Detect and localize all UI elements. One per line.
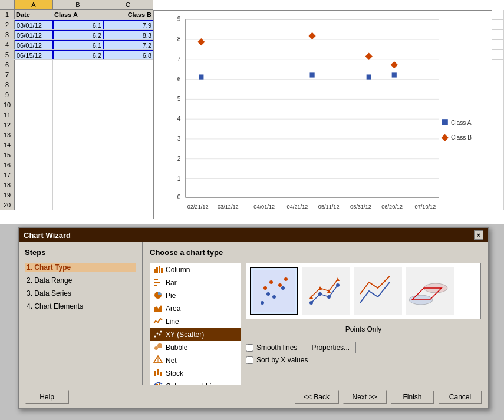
svg-point-72 [281,286,285,290]
subtype-3d[interactable] [406,267,454,315]
svg-text:5: 5 [177,95,181,102]
cell-a-1[interactable]: 6.1 [53,20,103,29]
svg-point-53 [154,335,156,337]
svg-text:2: 2 [177,156,181,162]
svg-text:0: 0 [177,194,181,200]
svg-text:8: 8 [177,36,181,42]
chart-type-column[interactable]: Column [150,263,241,276]
chart-type-area[interactable]: Area [150,302,241,315]
row-num-2: 2 [0,20,15,29]
chart-type-line[interactable]: Line [150,315,241,328]
help-button[interactable]: Help [25,390,69,404]
subtype-points-only[interactable] [250,267,298,315]
row-num-1: 1 [0,10,15,19]
col-header-b: B [53,0,103,9]
svg-point-57 [154,346,158,350]
cell-a-4[interactable]: 6.2 [53,50,103,59]
col-headers-row: A B C [0,0,153,10]
row-num-5: 5 [0,50,15,59]
chart-type-xy-scatter[interactable]: XY (Scatter) [150,328,241,341]
smooth-lines-checkbox[interactable] [246,344,253,352]
chart-type-column-line[interactable]: Column and Line [150,380,241,385]
svg-text:4: 4 [177,115,181,122]
cell-b-4[interactable]: 6.8 [103,50,153,59]
bar-label: Bar [166,279,177,287]
header-date[interactable]: Date [15,10,53,19]
spreadsheet: A B C 1 Date Class A Class B 2 03/01/12 … [0,0,504,224]
svg-rect-47 [161,268,163,273]
cell-a-2[interactable]: 6.2 [53,30,103,39]
line-label: Line [166,318,179,326]
chart-type-list[interactable]: Column Bar Pie [150,263,241,385]
svg-point-56 [160,330,162,332]
svg-point-71 [272,295,276,299]
cell-b-2[interactable]: 8.3 [103,30,153,39]
chart-type-net[interactable]: Net [150,354,241,367]
svg-text:03/12/12: 03/12/12 [218,204,239,210]
svg-rect-77 [305,270,347,312]
svg-text:05/11/12: 05/11/12 [318,204,340,210]
chart-svg: 9 8 7 6 5 4 3 2 1 0 02/21/12 03/12/12 04… [154,11,492,219]
embedded-chart[interactable]: 9 8 7 6 5 4 3 2 1 0 02/21/12 03/12/12 04… [153,10,492,219]
svg-marker-52 [154,305,162,312]
cell-date-3[interactable]: 06/01/12 [15,40,53,49]
chart-subtypes-area: Points Only Smooth lines Properties... S… [246,263,481,385]
cell-a-3[interactable]: 6.1 [53,40,103,49]
header-class-a[interactable]: Class A [53,10,103,19]
col-header-c: C [103,0,153,9]
svg-point-74 [269,280,273,284]
svg-point-78 [309,301,313,305]
subtype-points-lines[interactable] [302,267,350,315]
subtype-lines-only[interactable] [354,267,402,315]
svg-text:6: 6 [177,76,181,82]
chart-type-pie[interactable]: Pie [150,289,241,302]
row-num-header [0,0,15,9]
step-2[interactable]: 2. Data Range [25,276,136,285]
cell-date-1[interactable]: 03/01/12 [15,20,53,29]
cell-date-4[interactable]: 06/15/12 [15,50,53,59]
svg-rect-1 [186,19,439,197]
svg-text:7: 7 [177,56,181,62]
finish-button[interactable]: Finish [390,390,434,404]
properties-button[interactable]: Properties... [305,342,356,353]
svg-text:3: 3 [177,135,181,142]
bar-icon [153,277,163,289]
dialog-footer: Help << Back Next >> Finish Cancel [19,385,488,408]
next-button[interactable]: Next >> [342,390,387,404]
pie-icon [153,290,163,302]
svg-point-69 [261,301,264,305]
sort-by-x-checkbox[interactable] [246,356,253,364]
area-label: Area [166,305,180,313]
subtype-grid [246,263,481,319]
step-1[interactable]: 1. Chart Type [25,263,136,272]
chart-type-bubble[interactable]: Bubble [150,341,241,354]
svg-text:06/20/12: 06/20/12 [381,204,403,210]
sort-by-x-row: Sort by X values [246,356,481,364]
svg-rect-32 [199,74,203,79]
cancel-button[interactable]: Cancel [438,390,482,404]
content-title: Choose a chart type [150,248,481,257]
dialog-titlebar: Chart Wizard × [19,228,488,242]
cell-b-1[interactable]: 7.9 [103,20,153,29]
back-button[interactable]: << Back [294,390,339,404]
step-4[interactable]: 4. Chart Elements [25,302,136,311]
svg-point-76 [284,277,288,281]
cell-date-2[interactable]: 05/01/12 [15,30,53,39]
svg-rect-44 [154,269,156,273]
svg-text:04/21/12: 04/21/12 [287,204,308,210]
svg-point-73 [263,286,267,290]
svg-point-70 [266,292,270,296]
chart-type-stock[interactable]: Stock [150,367,241,380]
svg-point-80 [327,295,331,299]
chart-type-bar[interactable]: Bar [150,276,241,289]
cell-b-3[interactable]: 7.2 [103,40,153,49]
xy-scatter-icon [153,329,163,340]
svg-text:04/01/12: 04/01/12 [253,204,275,210]
step-3[interactable]: 3. Data Series [25,289,136,298]
column-icon [153,264,163,276]
header-class-b[interactable]: Class B [103,10,153,19]
svg-rect-49 [154,282,160,283]
close-button[interactable]: × [474,230,483,240]
area-icon [153,303,163,315]
svg-rect-46 [159,266,160,273]
